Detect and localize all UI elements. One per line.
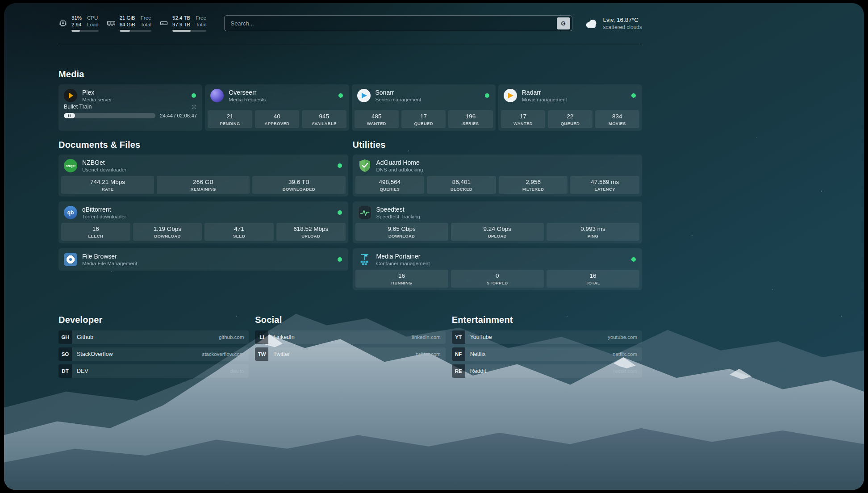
cpu-usage-value: 31%	[71, 15, 82, 21]
nzbget-icon: nzbget	[64, 159, 77, 172]
stat-queued: 17QUEUED	[401, 110, 446, 128]
stat-filtered: 2,956FILTERED	[499, 176, 568, 194]
pause-indicator	[64, 113, 75, 118]
disk-free-value: 52.4 TB	[172, 15, 190, 21]
service-desc: Media Requests	[229, 97, 266, 102]
stat-approved: 40APPROVED	[255, 110, 299, 128]
section-title-documents: Documents & Files	[58, 140, 348, 150]
bookmark-url: reddit.com	[613, 368, 637, 374]
weather-widget[interactable]: Lviv, 16.87°C scattered clouds	[584, 17, 642, 30]
search-bar[interactable]: G	[224, 15, 572, 31]
memory-widget[interactable]: 21 GiB 64 GiB Free Total	[107, 15, 151, 32]
stat-ping: 0.993 msPING	[547, 223, 639, 241]
bookmark-twitter[interactable]: TW Twitter twitter.com	[255, 347, 445, 361]
stat-pending: 21PENDING	[208, 110, 252, 128]
stat-stopped: 0STOPPED	[451, 270, 544, 288]
service-name: Plex	[82, 89, 112, 96]
bookmark-abbr: LI	[255, 330, 268, 344]
memory-total-label: Total	[141, 21, 151, 28]
service-card-qbittorrent[interactable]: qb qBittorrent Torrent downloader 16LEEC…	[58, 201, 348, 243]
search-input[interactable]	[230, 20, 556, 27]
adguard-icon	[358, 159, 371, 172]
bookmark-dev[interactable]: DT DEV dev.to	[58, 364, 249, 378]
bookmark-name: Netflix	[470, 351, 486, 357]
stat-queued: 22QUEUED	[548, 110, 592, 128]
service-desc: Movie management	[522, 97, 567, 102]
gear-icon[interactable]	[191, 104, 197, 110]
speedtest-icon	[358, 206, 371, 219]
service-name: Media Portainer	[376, 253, 430, 260]
service-name: qBittorrent	[82, 206, 126, 213]
bookmark-stackoverflow[interactable]: SO StackOverflow stackoverflow.com	[58, 347, 249, 361]
service-desc: DNS and adblocking	[376, 167, 423, 172]
bookmark-abbr: NF	[452, 347, 465, 361]
bookmark-reddit[interactable]: RE Reddit reddit.com	[452, 364, 642, 378]
stat-download: 1.19 GbpsDOWNLOAD	[133, 223, 202, 241]
service-card-sonarr[interactable]: Sonarr Series management 485WANTED 17QUE…	[352, 84, 496, 131]
memory-free-value: 21 GiB	[120, 15, 135, 21]
service-card-adguard[interactable]: AdGuard Home DNS and adblocking 498,564Q…	[353, 155, 643, 196]
bookmark-name: DEV	[77, 368, 88, 374]
service-card-filebrowser[interactable]: File Browser Media File Management	[58, 248, 348, 271]
disk-total-label: Total	[196, 21, 206, 28]
bookmark-github[interactable]: GH Github github.com	[58, 330, 249, 344]
service-name: Overseerr	[229, 89, 266, 96]
service-card-overseerr[interactable]: Overseerr Media Requests 21PENDING 40APP…	[205, 84, 349, 131]
service-name: Sonarr	[376, 89, 421, 96]
stat-blocked: 86,401BLOCKED	[427, 176, 496, 194]
stat-series: 196SERIES	[448, 110, 492, 128]
disk-widget[interactable]: 52.4 TB 97.9 TB Free Total	[159, 15, 206, 32]
memory-ram-icon	[107, 19, 116, 28]
section-title-utilities: Utilities	[353, 140, 643, 150]
bookmark-abbr: DT	[58, 364, 72, 378]
service-card-nzbget[interactable]: nzbget NZBGet Usenet downloader 744.21 M…	[58, 155, 348, 196]
service-desc: Container management	[376, 261, 430, 266]
stat-seed: 471SEED	[204, 223, 274, 241]
cpu-chip-icon	[58, 19, 67, 28]
bookmark-url: dev.to	[230, 368, 244, 374]
bookmark-name: LinkedIn	[273, 334, 294, 340]
media-card-grid: Plex Media server Bullet Train 24:44 / 0	[58, 84, 642, 131]
bookmark-name: Twitter	[273, 351, 290, 357]
status-dot	[631, 93, 636, 98]
stat-available: 945AVAILABLE	[302, 110, 346, 128]
bookmark-url: youtube.com	[608, 334, 637, 340]
bookmark-youtube[interactable]: YT YouTube youtube.com	[452, 330, 642, 344]
service-card-plex[interactable]: Plex Media server Bullet Train 24:44 / 0	[58, 84, 202, 131]
stat-download: 9.65 GbpsDOWNLOAD	[355, 223, 448, 241]
documents-column: Documents & Files nzbget NZBGet Usenet d…	[58, 140, 348, 295]
memory-total-value: 64 GiB	[120, 21, 135, 28]
service-name: AdGuard Home	[376, 159, 423, 166]
section-title-entertainment: Entertainment	[452, 315, 642, 325]
cpu-widget[interactable]: 31% 2.94 CPU Load	[58, 15, 99, 32]
service-name: Radarr	[522, 89, 567, 96]
service-card-radarr[interactable]: Radarr Movie management 17WANTED 22QUEUE…	[498, 84, 642, 131]
stat-wanted: 485WANTED	[355, 110, 399, 128]
bookmark-url: linkedin.com	[412, 334, 441, 340]
bookmark-netflix[interactable]: NF Netflix netflix.com	[452, 347, 642, 361]
stat-rate: 744.21 MbpsRATE	[61, 176, 154, 194]
bookmark-url: twitter.com	[416, 351, 441, 357]
status-dot	[338, 210, 342, 215]
stat-movies: 834MOVIES	[595, 110, 639, 128]
service-card-speedtest[interactable]: Speedtest Speedtest Tracking 9.65 GbpsDO…	[353, 201, 643, 243]
search-provider-button[interactable]: G	[557, 17, 570, 29]
bookmark-linkedin[interactable]: LI LinkedIn linkedin.com	[255, 330, 445, 344]
status-dot	[192, 93, 196, 98]
service-name: NZBGet	[82, 159, 126, 166]
plex-progress-track[interactable]	[64, 113, 155, 118]
section-title-developer: Developer	[58, 315, 249, 325]
bookmark-url: github.com	[219, 334, 244, 340]
qbittorrent-icon: qb	[64, 206, 77, 219]
service-desc: Media server	[82, 97, 112, 102]
cpu-label: CPU	[87, 15, 99, 21]
bookmark-name: Github	[77, 334, 93, 340]
background-specks	[4, 3, 5, 4]
bookmark-url: stackoverflow.com	[202, 351, 244, 357]
bookmarks-social: Social LI LinkedIn linkedin.com TW Twitt…	[255, 315, 445, 381]
stat-upload: 9.24 GbpsUPLOAD	[451, 223, 544, 241]
cpu-load-value: 2.94	[71, 21, 82, 28]
service-card-portainer[interactable]: Media Portainer Container management 16R…	[353, 248, 643, 290]
service-desc: Speedtest Tracking	[376, 214, 420, 219]
bookmark-abbr: YT	[452, 330, 465, 344]
